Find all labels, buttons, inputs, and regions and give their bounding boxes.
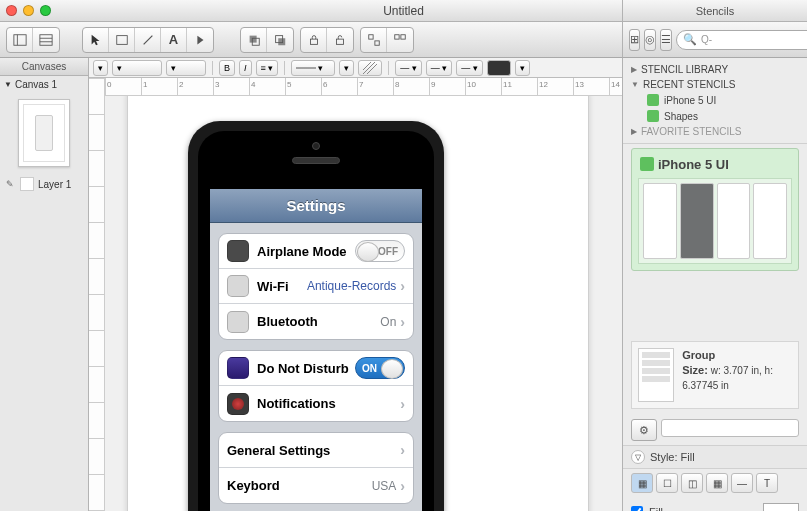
keyboard-cell[interactable]: Keybord USA › [219, 468, 413, 503]
navbar-title: Settings [286, 197, 345, 214]
inspector-panel: ▶STENCIL LIBRARY ▼RECENT STENCILS iPhone… [622, 58, 807, 511]
disclosure-triangle-icon[interactable]: ▼ [4, 80, 12, 89]
fill-row: Fill [623, 497, 807, 511]
svg-rect-7 [249, 35, 256, 42]
line-end-dropdown[interactable]: — ▾ [456, 60, 483, 76]
endpoint-dropdown[interactable]: ▾ [515, 60, 530, 76]
text-tool-button[interactable]: A [161, 28, 187, 52]
stroke-color[interactable] [487, 60, 511, 76]
wifi-cell[interactable]: Wi-Fi Antique-Records › [219, 269, 413, 304]
svg-rect-12 [337, 39, 344, 44]
stencils-titlebar: Stencils [622, 0, 807, 22]
layer-label: Layer 1 [38, 179, 71, 190]
stencil-item-iphone[interactable]: iPhone 5 UI [631, 92, 799, 108]
canvas-row[interactable]: ▼ Canvas 1 [0, 76, 88, 93]
font-dropdown[interactable]: ▾ [112, 60, 162, 76]
stencil-preview-title: iPhone 5 UI [638, 155, 792, 178]
ungroup-button[interactable] [387, 28, 413, 52]
fill-tab[interactable]: ▦ [631, 473, 653, 493]
image-tab[interactable]: ▦ [706, 473, 728, 493]
notifications-cell[interactable]: Notifications › [219, 386, 413, 421]
unlock-button[interactable] [327, 28, 353, 52]
style-header[interactable]: ▽ Style: Fill [623, 445, 807, 469]
align-dropdown[interactable]: ≡ ▾ [256, 60, 279, 76]
browse-tool-button[interactable] [187, 28, 213, 52]
bluetooth-cell[interactable]: Bluetooth On › [219, 304, 413, 339]
canvas-thumbnail[interactable] [0, 93, 88, 173]
canvases-header: Canvases [0, 58, 88, 76]
minimize-icon[interactable] [23, 5, 34, 16]
grid-icon[interactable]: ⊞ [629, 29, 640, 51]
format-bar: ▾ ▾ ▾ B I ≡ ▾ ▾ ▾ — ▾ — ▾ — ▾ ▾ [89, 58, 622, 78]
dnd-cell[interactable]: Do Not Disturb ON [219, 351, 413, 386]
dnd-icon [227, 357, 249, 379]
selection-tool-button[interactable] [83, 28, 109, 52]
search-field[interactable] [716, 34, 807, 45]
svg-rect-15 [395, 34, 399, 38]
fill-label: Fill [649, 506, 663, 511]
italic-button[interactable]: I [239, 60, 252, 76]
shape-tool-button[interactable] [109, 28, 135, 52]
chevron-right-icon: › [400, 278, 405, 294]
disclosure-icon[interactable]: ▽ [631, 450, 645, 464]
fill-checkbox[interactable] [631, 506, 643, 511]
shadow-tab[interactable]: ◫ [681, 473, 703, 493]
outline-view-button[interactable] [33, 28, 59, 52]
settings-group-3: General Settings › Keybord USA › [218, 432, 414, 504]
airplane-toggle[interactable]: OFF [355, 240, 405, 262]
stencil-item-shapes[interactable]: Shapes [631, 108, 799, 124]
bold-button[interactable]: B [219, 60, 235, 76]
favorite-stencils-row[interactable]: ▶FAVORITE STENCILS [631, 124, 799, 139]
action-button[interactable]: ⚙ [631, 419, 657, 441]
bring-front-button[interactable] [241, 28, 267, 52]
recent-stencils-row[interactable]: ▼RECENT STENCILS [631, 77, 799, 92]
line-tab[interactable]: — [731, 473, 753, 493]
lock-button[interactable] [301, 28, 327, 52]
general-cell[interactable]: General Settings › [219, 433, 413, 468]
notifications-icon [227, 393, 249, 415]
layer-swatch-icon [20, 177, 34, 191]
dnd-toggle[interactable]: ON [355, 357, 405, 379]
layer-row[interactable]: ✎ Layer 1 [0, 173, 88, 195]
svg-rect-2 [40, 34, 52, 45]
zoom-icon[interactable] [40, 5, 51, 16]
fill-dropdown[interactable]: ▾ [339, 60, 354, 76]
vertical-ruler [89, 78, 105, 511]
send-back-button[interactable] [267, 28, 293, 52]
stencil-preview-image [638, 178, 792, 264]
arrange-group [240, 27, 294, 53]
list-icon[interactable]: ☰ [660, 29, 672, 51]
stencils-title: Stencils [696, 5, 735, 17]
zoom-dropdown[interactable]: ▾ [93, 60, 108, 76]
cell-label: Airplane Mode [257, 244, 355, 259]
lock-group [300, 27, 354, 53]
search-icon: 🔍 [683, 33, 697, 46]
target-icon[interactable]: ◎ [644, 29, 656, 51]
line-style-dropdown[interactable]: — ▾ [426, 60, 453, 76]
selection-thumb-icon [638, 348, 674, 402]
svg-rect-9 [278, 38, 285, 45]
canvases-sidebar: Canvases ▼ Canvas 1 ✎ Layer 1 [0, 58, 89, 511]
fill-color-well[interactable] [763, 503, 799, 511]
group-button[interactable] [361, 28, 387, 52]
stencil-search-input[interactable]: 🔍 Q- [676, 30, 807, 50]
airplane-mode-cell[interactable]: Airplane Mode OFF [219, 234, 413, 269]
stroke-dropdown[interactable]: ▾ [291, 60, 335, 76]
stencil-preview[interactable]: iPhone 5 UI [631, 148, 799, 271]
wifi-icon [227, 275, 249, 297]
name-input[interactable] [661, 419, 799, 437]
stroke-tab[interactable]: ☐ [656, 473, 678, 493]
line-tool-button[interactable] [135, 28, 161, 52]
iphone-mockup[interactable]: Settings Airplane Mode OFF Wi-Fi Antique… [188, 121, 444, 511]
size-dropdown[interactable]: ▾ [166, 60, 206, 76]
text-tab[interactable]: T [756, 473, 778, 493]
hatch-button[interactable] [358, 60, 382, 76]
close-icon[interactable] [6, 5, 17, 16]
canvas-area[interactable]: Settings Airplane Mode OFF Wi-Fi Antique… [105, 96, 622, 511]
line-start-dropdown[interactable]: — ▾ [395, 60, 422, 76]
stencil-library-row[interactable]: ▶STENCIL LIBRARY [631, 62, 799, 77]
cell-label: Bluetooth [257, 314, 380, 329]
horizontal-ruler: 0123456789101112131415161718192021222324… [105, 78, 622, 96]
ios-navbar: Settings [210, 189, 422, 223]
sidebar-toggle-button[interactable] [7, 28, 33, 52]
